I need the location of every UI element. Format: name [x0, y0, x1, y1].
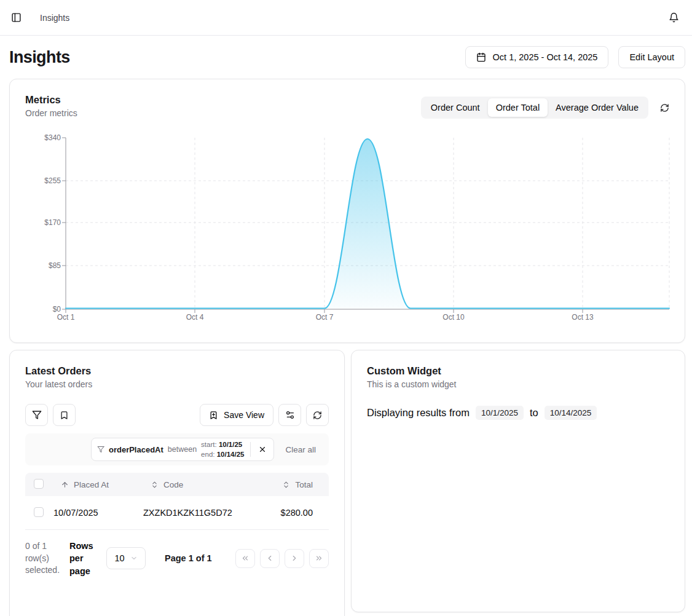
notifications-button[interactable] — [669, 12, 679, 23]
views-button[interactable] — [53, 404, 76, 426]
save-view-label: Save View — [224, 410, 264, 420]
page-header: Insights Oct 1, 2025 - Oct 14, 2025 Edit… — [0, 36, 692, 79]
metrics-refresh-button[interactable] — [660, 103, 669, 113]
edit-layout-label: Edit Layout — [629, 52, 674, 62]
previous-page-button[interactable] — [260, 549, 280, 568]
bookmark-plus-icon — [209, 411, 218, 420]
first-page-button[interactable] — [235, 549, 255, 568]
chip-divider — [250, 442, 251, 457]
chevron-down-icon — [130, 555, 138, 562]
chevrons-up-down-icon — [151, 481, 159, 489]
remove-filter-button[interactable] — [257, 444, 268, 455]
metrics-card-header: Metrics Order metrics Order Count Order … — [25, 94, 669, 119]
header-actions: Oct 1, 2025 - Oct 14, 2025 Edit Layout — [465, 46, 685, 68]
next-page-button[interactable] — [285, 549, 304, 568]
x-axis-tick: Oct 13 — [572, 313, 593, 322]
bell-icon — [669, 12, 679, 23]
filter-chip-order-placed-at[interactable]: orderPlacedAt between start: 10/1/25 end… — [91, 438, 275, 461]
settings-sliders-icon — [285, 410, 295, 420]
refresh-icon — [313, 411, 322, 420]
page-info: Page 1 of 1 — [165, 553, 212, 563]
metrics-controls: Order Count Order Total Average Order Va… — [421, 97, 669, 119]
table-row: 10/07/2025 ZXZKD1KZK11G5D72 $280.00 — [25, 496, 329, 530]
cell-code: ZXZKD1KZK11G5D72 — [143, 508, 270, 518]
filter-end-value: 10/14/25 — [217, 451, 245, 458]
breadcrumb: Insights — [40, 13, 69, 23]
column-header-total: Total — [295, 480, 313, 489]
x-axis-tick: Oct 10 — [442, 313, 464, 322]
row-checkbox[interactable] — [34, 507, 44, 517]
chevron-left-icon — [265, 554, 274, 563]
order-total-area-chart: $340 $255 $170 $85 $0 — [25, 130, 669, 323]
tab-average-order-value[interactable]: Average Order Value — [548, 98, 647, 117]
sort-placed-at-button[interactable]: Placed At — [53, 480, 143, 489]
x-axis-tick: Oct 7 — [316, 313, 334, 322]
column-header-code: Code — [163, 480, 183, 489]
orders-refresh-button[interactable] — [306, 404, 329, 426]
orders-table-header: Placed At Code Total — [25, 473, 329, 496]
metrics-subtitle: Order metrics — [25, 108, 77, 118]
results-prefix: Displaying results from — [367, 407, 470, 419]
filter-start-label: start: — [201, 441, 217, 448]
chevron-right-icon — [290, 554, 299, 563]
last-page-button[interactable] — [309, 549, 329, 568]
edit-layout-button[interactable]: Edit Layout — [618, 46, 685, 68]
to-date-pill: 10/14/2025 — [545, 406, 597, 420]
filter-icon — [32, 410, 42, 420]
filter-icon — [97, 446, 104, 453]
cell-placed-at: 10/07/2025 — [53, 508, 143, 518]
x-axis-tick: Oct 1 — [57, 313, 75, 322]
page-size-select[interactable]: 10 — [106, 547, 146, 569]
orders-toolbar: Save View — [25, 404, 329, 426]
custom-widget-card: Custom Widget This is a custom widget Di… — [351, 350, 685, 612]
filter-field: orderPlacedAt — [109, 445, 163, 454]
metrics-card: Metrics Order metrics Order Count Order … — [9, 79, 685, 343]
calendar-icon — [476, 52, 486, 62]
latest-orders-subtitle: Your latest orders — [25, 379, 329, 389]
column-header-placed-at: Placed At — [74, 480, 109, 489]
orders-toolbar-right: Save View — [200, 404, 329, 426]
refresh-icon — [660, 103, 669, 113]
filter-end-label: end: — [201, 451, 214, 458]
x-axis-tick: Oct 4 — [186, 313, 204, 322]
sort-code-button[interactable]: Code — [143, 480, 270, 489]
arrow-up-icon — [61, 481, 69, 489]
active-filters-bar: orderPlacedAt between start: 10/1/25 end… — [25, 433, 329, 465]
selected-rows-text: 0 of 1 row(s) selected. — [25, 540, 66, 577]
pager-buttons — [235, 549, 329, 568]
chevrons-right-icon — [315, 554, 323, 563]
custom-widget-subtitle: This is a custom widget — [367, 379, 669, 389]
select-all-checkbox[interactable] — [34, 479, 44, 489]
latest-orders-card: Latest Orders Your latest orders — [9, 350, 345, 616]
bottom-row: Latest Orders Your latest orders — [9, 350, 685, 616]
sidebar-toggle-button[interactable] — [11, 12, 22, 23]
filter-operator: between — [168, 445, 197, 454]
latest-orders-title: Latest Orders — [25, 365, 329, 377]
save-view-button[interactable]: Save View — [200, 404, 273, 426]
filter-start-value: 10/1/25 — [219, 441, 242, 448]
orders-pagination: 0 of 1 row(s) selected. Rows per page 10… — [25, 540, 329, 577]
results-connector: to — [530, 407, 538, 419]
bookmark-icon — [60, 411, 69, 420]
chart-plot-area — [25, 130, 670, 323]
clear-all-filters-button[interactable]: Clear all — [285, 445, 316, 454]
tab-order-count[interactable]: Order Count — [423, 98, 488, 117]
date-range-label: Oct 1, 2025 - Oct 14, 2025 — [493, 52, 598, 62]
panel-left-icon — [11, 12, 22, 23]
custom-widget-text: Displaying results from 10/1/2025 to 10/… — [367, 406, 669, 420]
filter-button[interactable] — [25, 404, 48, 426]
cell-total: $280.00 — [270, 508, 329, 518]
date-range-button[interactable]: Oct 1, 2025 - Oct 14, 2025 — [465, 46, 609, 68]
sort-total-button[interactable]: Total — [282, 480, 313, 489]
tab-order-total[interactable]: Order Total — [488, 98, 548, 117]
insights-page: Insights Insights Oct 1, 2025 - Oct 14, … — [0, 0, 692, 616]
filter-range: start: 10/1/25 end: 10/14/25 — [201, 440, 244, 459]
rows-per-page-label: Rows per page — [69, 540, 99, 577]
page-size-value: 10 — [114, 553, 124, 563]
page-title: Insights — [9, 48, 70, 67]
custom-widget-title: Custom Widget — [367, 365, 669, 377]
chevrons-left-icon — [241, 554, 250, 563]
topbar: Insights — [0, 0, 692, 36]
view-options-button[interactable] — [278, 404, 301, 426]
chevrons-up-down-icon — [282, 481, 290, 489]
